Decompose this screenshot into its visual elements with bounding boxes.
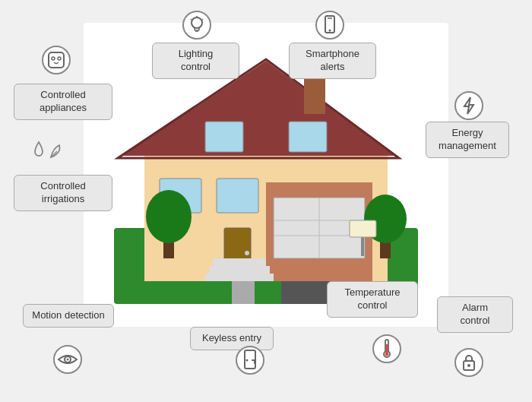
label-controlled-irrigations: Controlledirrigations [14,175,112,211]
label-energy-management: Energymanagement [426,122,509,158]
svg-point-57 [246,359,249,362]
label-controlled-appliances: Controlledappliances [14,84,112,120]
svg-rect-20 [205,122,243,152]
svg-point-59 [67,359,69,361]
svg-line-40 [191,19,192,20]
label-motion-detection: Motion detection [23,304,114,328]
thermometer-icon [372,334,401,363]
thermometer-icon-item [372,334,401,366]
main-container: Lightingcontrol Smartphonealerts Control… [0,0,532,402]
svg-rect-21 [289,122,327,152]
svg-rect-28 [213,258,266,266]
energy-icon-item [454,91,483,122]
svg-rect-36 [232,281,255,304]
svg-rect-26 [205,274,274,281]
smartphone-icon [315,11,344,40]
energy-bolt-icon [454,91,483,120]
svg-point-25 [245,251,249,255]
label-lighting-control: Lightingcontrol [152,43,239,79]
svg-point-55 [467,364,470,367]
motion-icon-item [53,345,82,376]
svg-rect-35 [350,220,376,237]
door-icon-item [236,346,264,377]
svg-point-31 [146,190,192,243]
lock-icon [454,348,483,377]
lock-icon-item [454,348,483,379]
water-drop-icon [32,141,46,160]
eye-icon [53,345,82,374]
svg-point-46 [52,57,55,60]
lighting-icon-item [182,11,211,42]
svg-point-47 [58,57,61,60]
outlet-icon [42,46,71,74]
svg-line-41 [202,19,203,20]
label-alarm-control: Alarmcontrol [437,296,513,333]
door-handle-icon [236,346,264,375]
svg-point-37 [192,17,202,28]
lighting-icon [182,11,211,40]
svg-rect-27 [209,266,270,274]
irrigation-icon-item [32,141,65,160]
svg-point-53 [385,353,389,356]
svg-rect-23 [217,179,258,213]
svg-marker-48 [464,97,473,114]
smartphone-icon-item [315,11,344,42]
house-illustration [99,38,433,312]
svg-point-43 [329,30,331,32]
svg-rect-45 [49,52,64,68]
label-smartphone-alerts: Smartphonealerts [289,43,376,79]
outlet-icon-item [42,46,71,77]
leaf-icon [49,141,65,160]
label-temperature-control: Temperaturecontrol [327,281,418,318]
